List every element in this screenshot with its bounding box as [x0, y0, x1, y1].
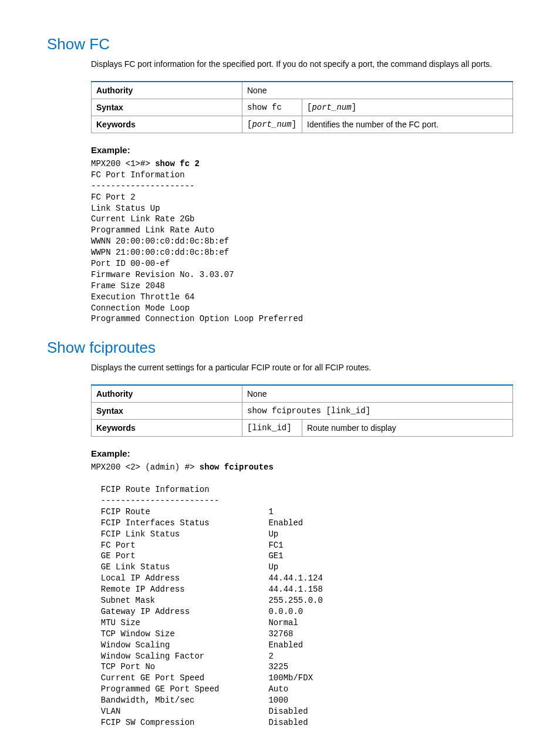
table-show-fc: Authority None Syntax show fc [port_num]…	[91, 81, 513, 133]
section-heading-show-fc: Show FC	[47, 35, 513, 53]
keywords-arg-inner: port_num	[252, 120, 291, 129]
keywords-arg-2: [link_id]	[242, 420, 302, 437]
keywords-desc: Identifies the number of the FC port.	[302, 116, 513, 133]
section-heading-show-fciproutes: Show fciproutes	[47, 339, 513, 357]
example-body-2: FCIP Route Information -----------------…	[91, 485, 323, 727]
keywords-arg: [port_num]	[242, 116, 302, 133]
keywords-desc-2: Route number to display	[302, 420, 513, 437]
example-prompt-2: MPX200 <2> (admin) #>	[91, 463, 200, 472]
syntax-arg: [port_num]	[302, 99, 513, 116]
syntax-label: Syntax	[92, 99, 242, 116]
keywords-label: Keywords	[92, 116, 242, 133]
example-cmd-2: show fciproutes	[200, 463, 274, 472]
example-body-1: FC Port Information --------------------…	[91, 170, 303, 324]
description-show-fc: Displays FC port information for the spe…	[91, 58, 513, 70]
example-output-1: MPX200 <1>#> show fc 2 FC Port Informati…	[91, 158, 513, 325]
example-output-2: MPX200 <2> (admin) #> show fciproutes FC…	[91, 462, 513, 728]
syntax-label-2: Syntax	[92, 403, 242, 420]
authority-value: None	[242, 82, 513, 99]
table-show-fciproutes: Authority None Syntax show fciproutes [l…	[91, 384, 513, 437]
keywords-label-2: Keywords	[92, 420, 242, 437]
example-label-2: Example:	[91, 448, 513, 458]
example-label-1: Example:	[91, 145, 513, 155]
syntax-full-2: show fciproutes [link_id]	[242, 403, 513, 420]
syntax-arg-inner: port_num	[312, 103, 351, 112]
example-prompt-1: MPX200 <1>#>	[91, 159, 155, 168]
syntax-command: show fc	[242, 99, 302, 116]
authority-label-2: Authority	[92, 385, 242, 403]
example-cmd-1: show fc 2	[155, 159, 200, 168]
description-show-fciproutes: Displays the current settings for a part…	[91, 362, 513, 374]
authority-label: Authority	[92, 82, 242, 99]
authority-value-2: None	[242, 385, 513, 403]
